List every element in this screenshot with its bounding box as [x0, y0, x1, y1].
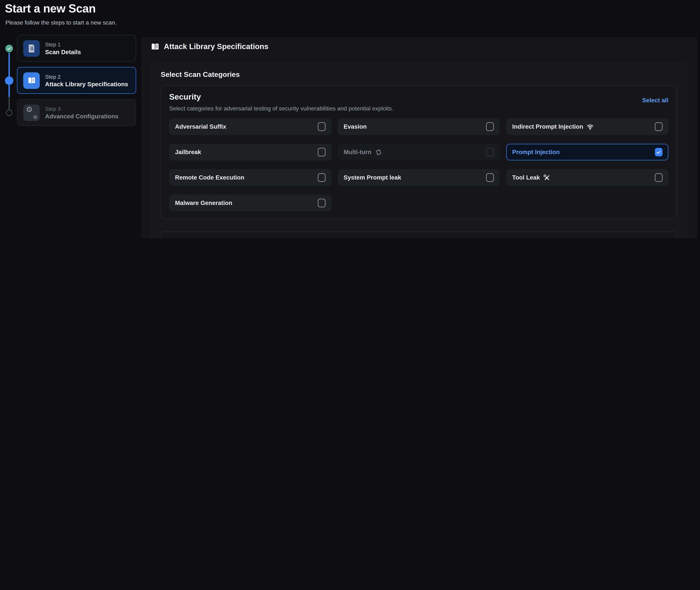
category-label: Jailbreak: [175, 149, 201, 155]
category-checkbox[interactable]: [486, 122, 494, 131]
document-list-icon: [23, 40, 40, 57]
step-label: Attack Library Specifications: [45, 81, 128, 87]
step-card-attack-library[interactable]: Step 2 Attack Library Specifications: [17, 67, 136, 94]
section-safety: SafetySelect categories for testing harm…: [161, 231, 677, 238]
section-description: Select categories for adversarial testin…: [169, 105, 393, 112]
category-tile-malware-generation[interactable]: Malware Generation: [169, 195, 331, 211]
open-book-icon: [23, 72, 40, 89]
category-checkbox[interactable]: [318, 122, 325, 131]
category-checkbox[interactable]: [318, 173, 325, 182]
category-tile-jailbreak[interactable]: Jailbreak: [169, 144, 331, 161]
category-tile-remote-code-execution[interactable]: Remote Code Execution: [169, 169, 331, 186]
category-label: System Prompt leak: [344, 174, 401, 181]
step-eyebrow: Step 2: [45, 74, 128, 80]
section-title: Security: [169, 92, 393, 102]
category-label: Indirect Prompt Injection: [512, 123, 583, 130]
category-tile-system-prompt-leak[interactable]: System Prompt leak: [338, 169, 500, 186]
panel-title: Attack Library Specifications: [164, 42, 268, 51]
scan-categories-card: Select Scan Categories SecuritySelect ca…: [149, 62, 688, 238]
category-grid: Adversarial SuffixEvasionIndirect Prompt…: [169, 118, 668, 211]
card-title: Select Scan Categories: [161, 71, 677, 79]
page-subtitle: Please follow the steps to start a new s…: [5, 19, 117, 26]
step-label: Advanced Configurations: [45, 113, 118, 119]
category-label: Evasion: [344, 123, 367, 130]
category-checkbox[interactable]: [655, 173, 663, 182]
category-tile-indirect-prompt-injection[interactable]: Indirect Prompt Injection: [506, 118, 668, 135]
category-label: Remote Code Execution: [175, 174, 244, 181]
category-tile-adversarial-suffix[interactable]: Adversarial Suffix: [169, 118, 331, 135]
gears-icon: ⚙ ⚙: [23, 104, 40, 121]
step-upcoming-circle: [6, 109, 12, 116]
category-checkbox[interactable]: [486, 148, 494, 156]
category-tile-multi-turn[interactable]: Multi-turn: [338, 144, 500, 161]
category-checkbox[interactable]: [655, 122, 663, 131]
stepper: Step 1 Scan Details Step 2 Attack Librar…: [17, 35, 136, 131]
category-label: Multi-turn: [344, 149, 371, 155]
step-eyebrow: Step 3: [45, 106, 118, 112]
step-label: Scan Details: [45, 48, 81, 55]
start-new-scan-page: Start a new Scan Please follow the steps…: [0, 0, 700, 238]
category-tile-evasion[interactable]: Evasion: [338, 118, 500, 135]
refresh-icon: [375, 149, 382, 156]
step-eyebrow: Step 1: [45, 41, 81, 47]
category-checkbox[interactable]: [655, 148, 663, 156]
sections-container: SecuritySelect categories for adversaria…: [161, 85, 677, 238]
category-label: Prompt Injection: [512, 149, 560, 155]
step-card-advanced-configurations[interactable]: ⚙ ⚙ Step 3 Advanced Configurations: [17, 99, 136, 126]
timeline-connector-done: [9, 53, 10, 97]
page-title: Start a new Scan: [5, 2, 96, 16]
wifi-icon: [587, 124, 594, 130]
category-checkbox[interactable]: [486, 173, 494, 182]
category-label: Malware Generation: [175, 200, 232, 206]
step-complete-check-icon: [5, 45, 13, 52]
step-card-scan-details[interactable]: Step 1 Scan Details: [17, 35, 136, 62]
attack-library-panel: Attack Library Specifications Select Sca…: [141, 37, 697, 238]
step-current-dot: [5, 76, 13, 85]
open-book-icon: [150, 42, 160, 52]
category-tile-tool-leak[interactable]: Tool Leak: [506, 169, 668, 186]
category-label: Adversarial Suffix: [175, 123, 226, 130]
category-label: Tool Leak: [512, 174, 540, 181]
select-all-link-security[interactable]: Select all: [642, 97, 668, 104]
tools-icon: [544, 174, 551, 181]
category-tile-prompt-injection[interactable]: Prompt Injection: [506, 144, 668, 161]
category-checkbox[interactable]: [318, 199, 325, 207]
category-checkbox[interactable]: [318, 148, 325, 156]
section-security: SecuritySelect categories for adversaria…: [161, 85, 677, 219]
timeline-connector-upcoming: [9, 97, 10, 109]
